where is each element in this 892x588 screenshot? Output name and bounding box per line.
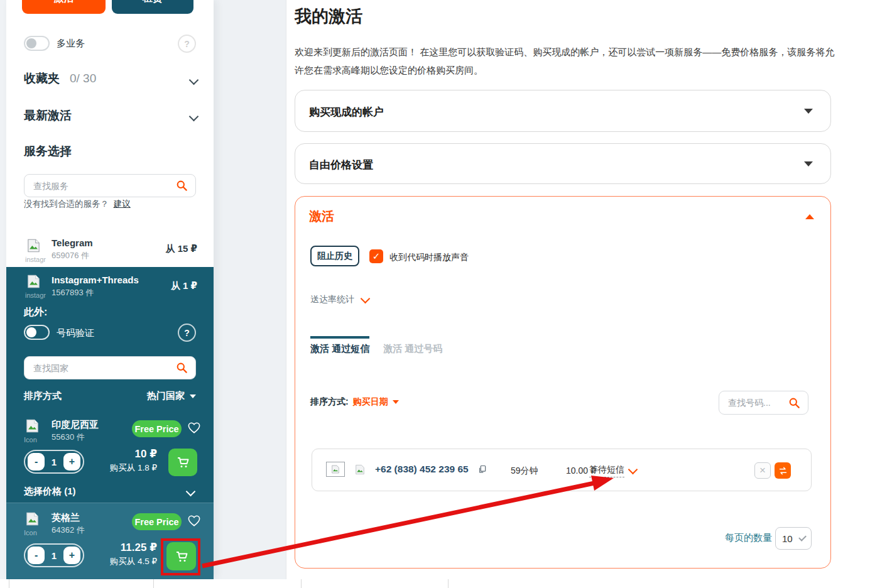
latest-activations-label[interactable]: 最新激活 (24, 107, 72, 124)
icon-alt-text: Icon (24, 437, 49, 444)
service-select-heading: 服务选择 (24, 143, 72, 160)
broken-image-icon: Icon (24, 511, 49, 538)
phone-number: +62 (838) 452 239 65 (375, 464, 469, 475)
accordion-buy-accounts[interactable]: 购买现成的帐户 (295, 90, 831, 132)
broken-image-icon: instagr (25, 273, 50, 300)
help-icon[interactable]: ? (178, 324, 196, 342)
country-search-input[interactable] (32, 362, 176, 374)
copy-icon[interactable] (477, 464, 487, 475)
refresh-activation-button[interactable] (775, 462, 791, 479)
service-name: Instagram+Threads (52, 275, 139, 285)
no-service-text: 没有找到合适的服务？ (24, 199, 109, 209)
service-search-input[interactable] (32, 180, 176, 192)
icon-alt-text: instagr (25, 256, 50, 263)
service-row-telegram[interactable]: instagr Telegram 659076 件 从 15 ₽ (6, 234, 214, 266)
footer-strip (0, 579, 892, 588)
country-search-box[interactable] (24, 356, 196, 379)
activation-tab-button[interactable]: 激活 (22, 0, 106, 14)
chevron-down-icon (798, 533, 807, 542)
main-content: 我的激活 欢迎来到更新后的激活页面！ 在这里您可以获取验证码、购买现成的帐户，还… (286, 0, 892, 579)
sidebar: 激活 租赁 多业务 ? 收藏夹 0/ 30 最新激活 服务选择 没有找到合适的服… (6, 0, 214, 579)
quantity-stepper: - 1 + (24, 450, 84, 474)
toggle-knob (26, 327, 36, 337)
number-verification-label: 号码验证 (57, 327, 94, 339)
number-verification-toggle[interactable] (24, 325, 50, 340)
footer-divider (301, 579, 302, 588)
besides-label: 此外: (24, 306, 47, 319)
free-price-badge[interactable]: Free Price (132, 513, 182, 530)
dropdown-arrow-icon (190, 395, 196, 398)
search-icon[interactable] (788, 397, 800, 409)
search-icon[interactable] (176, 180, 188, 192)
quantity-value: 1 (50, 457, 58, 467)
favorites-section-header[interactable]: 收藏夹 0/ 30 (24, 70, 96, 87)
heart-icon[interactable] (187, 514, 201, 527)
country-name: 印度尼西亚 (52, 419, 99, 431)
delivery-stats-toggle[interactable]: 送达率统计 (310, 294, 369, 305)
choose-price-label[interactable]: 选择价格 (1) (24, 486, 76, 498)
quantity-stepper: - 1 + (24, 543, 84, 567)
service-row-instagram-threads[interactable]: instagr Instagram+Threads 1567893 件 从 1 … (6, 270, 214, 302)
favorites-count: 0/ 30 (70, 72, 96, 85)
activation-section: 激活 阻止历史 ✓ 收到代码时播放声音 送达率统计 激活 通过短信 激活 通过号… (295, 196, 831, 569)
tab-activation-by-number[interactable]: 激活 通过号码 (383, 336, 442, 355)
page-gutter (0, 0, 6, 579)
activation-tabs: 激活 通过短信 激活 通过号码 (310, 336, 442, 355)
time-remaining: 59分钟 (511, 466, 538, 477)
chevron-down-icon[interactable] (189, 75, 199, 85)
quantity-plus-button[interactable]: + (63, 453, 80, 471)
service-price: 从 15 ₽ (166, 243, 197, 255)
multi-service-label: 多业务 (57, 38, 85, 50)
sidebar-main-gap (214, 0, 286, 579)
number-search-box[interactable] (719, 391, 808, 415)
icon-alt-text: Icon (24, 530, 49, 536)
help-icon[interactable]: ? (178, 35, 196, 53)
per-page-value: 10 (782, 533, 793, 544)
country-price: 10 ₽ (135, 447, 157, 460)
chevron-down-icon (361, 293, 371, 303)
block-history-button[interactable]: 阻止历史 (310, 246, 359, 266)
service-search-box[interactable] (24, 174, 196, 197)
accordion-free-price[interactable]: 自由价格设置 (295, 143, 831, 184)
check-icon: ✓ (373, 251, 381, 262)
multi-service-toggle[interactable] (24, 36, 50, 51)
broken-image-icon (330, 464, 341, 474)
activation-row: +62 (838) 452 239 65 59分钟 10.00 ₽ 等待短信 × (312, 449, 812, 491)
number-search-input[interactable] (727, 397, 788, 408)
country-sort-label: 排序方式 (24, 390, 62, 402)
quantity-minus-button[interactable]: - (28, 453, 45, 471)
country-count: 55630 件 (52, 432, 85, 443)
chevron-down-icon[interactable] (189, 112, 199, 122)
chevron-down-icon[interactable] (186, 487, 196, 497)
buy-cart-button[interactable] (168, 449, 197, 476)
rent-tab-button[interactable]: 租赁 (112, 0, 193, 14)
sort-dropdown[interactable]: 排序方式: 购买日期 (310, 396, 399, 408)
page-title: 我的激活 (295, 5, 362, 28)
country-price: 11.25 ₽ (121, 541, 157, 554)
service-count: 1567893 件 (52, 287, 94, 298)
quantity-minus-button[interactable]: - (28, 547, 45, 564)
sound-checkbox[interactable]: ✓ (369, 249, 383, 263)
country-card-indonesia[interactable]: Icon 印度尼西亚 55630 件 Free Price - 1 + 10 ₽… (6, 414, 214, 483)
quantity-value: 1 (50, 550, 58, 561)
cancel-activation-button[interactable]: × (754, 462, 771, 479)
quantity-plus-button[interactable]: + (63, 547, 80, 564)
refresh-icon (778, 466, 788, 476)
annotation-highlight-rect (161, 538, 200, 575)
per-page-select[interactable]: 10 (775, 527, 812, 550)
heart-icon[interactable] (187, 422, 201, 434)
free-price-badge[interactable]: Free Price (132, 420, 182, 437)
suggest-link[interactable]: 建议 (114, 199, 131, 209)
status-dropdown[interactable]: 等待短信 (589, 464, 636, 477)
search-icon[interactable] (176, 362, 188, 374)
collapse-arrow-icon[interactable] (805, 214, 814, 219)
country-flag-placeholder (326, 462, 345, 477)
tab-activation-by-sms[interactable]: 激活 通过短信 (310, 336, 369, 355)
popular-countries-dropdown[interactable]: 热门国家 (147, 390, 196, 402)
footer-divider (448, 579, 449, 588)
country-buy-from: 购买从 4.5 ₽ (110, 556, 157, 567)
icon-alt-text: instagr (25, 292, 50, 299)
toggle-knob (26, 38, 36, 48)
selected-service-panel: instagr Instagram+Threads 1567893 件 从 1 … (6, 267, 214, 579)
close-icon: × (759, 464, 766, 477)
